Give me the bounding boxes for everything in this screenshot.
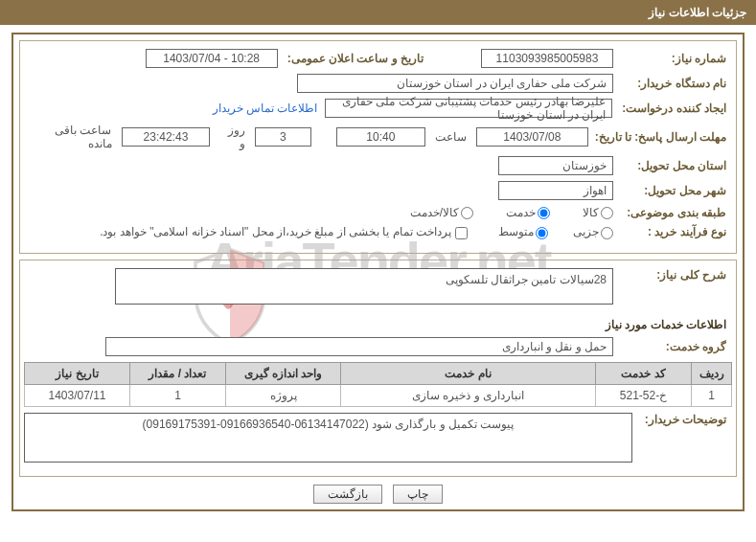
cell-code: خ-52-521 [596,384,692,406]
field-deadline-date: 1403/07/08 [476,127,588,147]
th-row: ردیف [692,362,732,384]
label-buyer-org: نام دستگاه خریدار: [617,77,732,90]
buyer-contact-link[interactable]: اطلاعات تماس خریدار [209,102,322,115]
payment-checkbox[interactable] [455,227,468,239]
field-service-group: حمل و نقل و انبارداری [105,337,613,356]
cell-date: 1403/07/11 [25,384,130,406]
th-code: کد خدمت [596,362,692,384]
label-deadline: مهلت ارسال پاسخ: تا تاریخ: [592,130,732,144]
th-unit: واحد اندازه گیری [226,362,341,384]
cell-row: 1 [692,384,732,406]
radio-kala-khadmat[interactable] [461,207,473,219]
label-hour: ساعت [429,130,472,144]
label-request-creator: ایجاد کننده درخواست: [616,102,732,115]
radio-kala-label: کالا [583,206,613,219]
label-day-and: روز و [214,124,251,150]
field-buyer-notes: پیوست تکمیل و بارگذاری شود (06134147022-… [24,413,632,463]
page-title: جزئیات اطلاعات نیاز [649,6,746,19]
th-name: نام خدمت [341,362,596,384]
radio-jozee-label: جزیی [573,225,613,238]
label-purchase-type: نوع فرآیند خرید : [617,225,732,238]
cell-name: انبارداری و ذخیره سازی [341,384,596,406]
radio-motavaset[interactable] [536,227,548,239]
field-days: 3 [255,127,311,147]
radio-khadamat[interactable] [538,207,550,219]
label-service-group: گروه خدمت: [617,340,732,353]
table-head-row: ردیف کد خدمت نام خدمت واحد اندازه گیری ت… [25,362,732,384]
field-need-number: 1103093985005983 [481,49,613,68]
cell-qty: 1 [130,384,226,406]
th-date: تاریخ نیاز [25,362,130,384]
radio-kala-khadmat-label: کالا/خدمت [410,206,473,219]
cell-unit: پروژه [226,384,341,406]
need-panel: شرح کلی نیاز: 28سیالات تامین جراثقال تلس… [19,260,737,477]
field-request-creator: علیرضا بهادر رئیس خدمات پشتیبانی شرکت مل… [325,99,612,118]
radio-khadamat-label: خدمت [506,206,550,219]
field-province: خوزستان [498,156,613,175]
radio-jozee[interactable] [601,227,613,239]
label-category: طبقه بندی موضوعی: [617,206,732,219]
th-qty: تعداد / مقدار [130,362,226,384]
field-countdown: 23:42:43 [122,127,211,147]
label-delivery-city: شهر محل تحویل: [617,184,732,197]
label-need-number: شماره نیاز: [617,52,732,65]
button-row: چاپ بازگشت [19,485,737,504]
label-delivery-province: استان محل تحویل: [617,159,732,172]
field-buyer-org: شرکت ملی حفاری ایران در استان خوزستان [297,74,613,93]
main-frame: شماره نیاز: 1103093985005983 تاریخ و ساع… [11,33,745,511]
back-button[interactable]: بازگشت [313,485,382,504]
field-announce-datetime: 1403/07/04 - 10:28 [146,49,278,68]
label-announce-datetime: تاریخ و ساعت اعلان عمومی: [282,52,429,65]
table-row: 1 خ-52-521 انبارداری و ذخیره سازی پروژه … [25,384,732,406]
label-remaining: ساعت باقی مانده [24,124,118,150]
page-title-bar: جزئیات اطلاعات نیاز [0,0,756,25]
field-deadline-time: 10:40 [336,127,425,147]
print-button[interactable]: چاپ [393,485,443,504]
label-need-overview: شرح کلی نیاز: [617,268,732,282]
field-city: اهواز [498,181,613,200]
services-table: ردیف کد خدمت نام خدمت واحد اندازه گیری ت… [24,362,732,407]
payment-checkbox-label: پرداخت تمام یا بخشی از مبلغ خرید،از محل … [100,225,468,238]
details-panel: شماره نیاز: 1103093985005983 تاریخ و ساع… [19,40,737,254]
label-buyer-notes: توضیحات خریدار: [636,413,732,426]
services-section-title: اطلاعات خدمات مورد نیاز [24,310,732,337]
radio-kala[interactable] [601,207,613,219]
radio-motavaset-label: متوسط [498,225,548,238]
field-need-overview: 28سیالات تامین جراثقال تلسکوپی [115,268,613,305]
